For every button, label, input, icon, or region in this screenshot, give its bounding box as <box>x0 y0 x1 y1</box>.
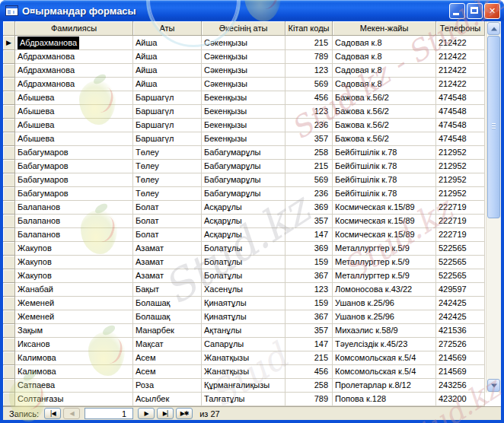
cell[interactable]: Металлургтер к.5/9 <box>333 269 436 283</box>
cell[interactable]: Садовая к.8 <box>333 50 436 64</box>
next-record-button[interactable]: ▶ <box>138 408 155 419</box>
row-selector[interactable] <box>3 338 15 351</box>
cell[interactable]: Болат <box>133 215 202 228</box>
cell[interactable]: 456 <box>285 91 333 105</box>
row-selector[interactable] <box>3 269 15 283</box>
cell[interactable]: Сатпаева <box>15 379 133 393</box>
column-header-3[interactable]: Әкесінің аты <box>202 21 285 36</box>
cell[interactable]: 215 <box>285 160 333 173</box>
cell[interactable]: Азамат <box>133 256 202 269</box>
cell[interactable]: 215 <box>285 351 333 365</box>
cell[interactable]: Бажова к.56/2 <box>333 91 436 105</box>
scrollbar-thumb[interactable] <box>487 36 500 218</box>
cell[interactable]: Баршагүл <box>133 119 202 132</box>
cell[interactable]: Бабагумарұлы <box>202 160 285 173</box>
cell[interactable]: Болашақ <box>133 310 202 324</box>
cell[interactable]: Жеменей <box>15 310 133 324</box>
cell[interactable]: Абдрахманова <box>15 36 133 50</box>
cell[interactable]: Айша <box>133 64 202 78</box>
cell[interactable]: Бажова к.56/2 <box>333 105 436 119</box>
select-all-corner[interactable] <box>3 21 15 36</box>
cell[interactable]: Асем <box>133 351 202 365</box>
cell[interactable]: Пролетарлар к.8/12 <box>333 379 436 393</box>
cell[interactable]: Айша <box>133 36 202 50</box>
cell[interactable]: 212422 <box>436 50 485 64</box>
cell[interactable]: Асқарұлы <box>202 201 285 215</box>
cell[interactable]: 123 <box>285 105 333 119</box>
cell[interactable]: 367 <box>285 310 333 324</box>
cell[interactable]: Бабагумарұлы <box>202 173 285 187</box>
cell[interactable]: Жанабай <box>15 283 133 297</box>
cell[interactable]: 456 <box>285 365 333 379</box>
cell[interactable]: Сәкенқызы <box>202 64 285 78</box>
row-selector[interactable] <box>3 187 15 201</box>
cell[interactable]: Балапанов <box>15 201 133 215</box>
cell[interactable]: Төлеу <box>133 146 202 160</box>
cell[interactable]: Космическая к.15/89 <box>333 201 436 215</box>
cell[interactable]: Хасенұлы <box>202 283 285 297</box>
cell[interactable]: Бабагумарұлы <box>202 146 285 160</box>
cell[interactable]: Болатұлы <box>202 269 285 283</box>
cell[interactable]: 212952 <box>436 187 485 201</box>
row-selector[interactable] <box>3 351 15 365</box>
row-selector[interactable] <box>3 228 15 242</box>
cell[interactable]: Манарбек <box>133 324 202 338</box>
row-selector[interactable] <box>3 379 15 393</box>
cell[interactable]: 474548 <box>436 105 485 119</box>
cell[interactable]: 474548 <box>436 132 485 146</box>
cell[interactable]: Бейбітшілік к.78 <box>333 160 436 173</box>
cell[interactable]: 243256 <box>436 379 485 393</box>
cell[interactable]: Ломоносова к.43/22 <box>333 283 436 297</box>
cell[interactable]: Космическая к.15/89 <box>333 215 436 228</box>
row-selector[interactable]: ▶ <box>3 36 15 50</box>
cell[interactable]: 474548 <box>436 119 485 132</box>
cell[interactable]: Асқарұлы <box>202 228 285 242</box>
cell[interactable]: 522565 <box>436 256 485 269</box>
cell[interactable]: Баршагүл <box>133 91 202 105</box>
cell[interactable]: Жеменей <box>15 297 133 310</box>
cell[interactable]: Қинаятұлы <box>202 310 285 324</box>
cell[interactable]: Абдрахманова <box>15 64 133 78</box>
scroll-up-button[interactable] <box>487 22 500 35</box>
cell[interactable]: 123 <box>285 283 333 297</box>
scroll-down-button[interactable] <box>487 379 500 392</box>
cell[interactable]: 423200 <box>436 393 485 406</box>
cell[interactable]: Бабагумаров <box>15 187 133 201</box>
cell[interactable]: Бейбітшілік к.78 <box>333 173 436 187</box>
row-selector[interactable] <box>3 242 15 256</box>
cell[interactable]: Ушанов к.25/96 <box>333 310 436 324</box>
row-selector[interactable] <box>3 91 15 105</box>
first-record-button[interactable]: |◀ <box>44 408 61 419</box>
cell[interactable]: Болашақ <box>133 297 202 310</box>
cell[interactable]: Жанатқызы <box>202 351 285 365</box>
cell[interactable]: Төлеу <box>133 187 202 201</box>
cell[interactable]: Бабагумаров <box>15 173 133 187</box>
cell[interactable]: 242425 <box>436 297 485 310</box>
cell[interactable]: Айша <box>133 50 202 64</box>
cell[interactable]: Металлургтер к.5/9 <box>333 256 436 269</box>
column-header-5[interactable]: Мекен-жайы <box>333 21 436 36</box>
cell[interactable]: 474548 <box>436 91 485 105</box>
cell[interactable]: Төлеу <box>133 173 202 187</box>
row-selector[interactable] <box>3 283 15 297</box>
cell[interactable]: Сәкенқызы <box>202 78 285 91</box>
cell[interactable]: 212952 <box>436 160 485 173</box>
cell[interactable]: Болатұлы <box>202 256 285 269</box>
row-selector[interactable] <box>3 256 15 269</box>
cell[interactable]: 212952 <box>436 146 485 160</box>
cell[interactable]: Садовая к.8 <box>333 78 436 91</box>
row-selector[interactable] <box>3 215 15 228</box>
column-header-1[interactable]: Фамилиясы <box>15 21 133 36</box>
close-button[interactable]: ✕ <box>484 3 500 19</box>
cell[interactable]: Жакупов <box>15 242 133 256</box>
cell[interactable]: Бажова к.56/2 <box>333 119 436 132</box>
cell[interactable]: Бабагумаров <box>15 146 133 160</box>
cell[interactable]: 258 <box>285 379 333 393</box>
cell[interactable]: Бажова к.56/2 <box>333 132 436 146</box>
maximize-button[interactable] <box>467 3 483 19</box>
cell[interactable]: 214569 <box>436 351 485 365</box>
cell[interactable]: Қинаятұлы <box>202 297 285 310</box>
cell[interactable]: Бекенқызы <box>202 132 285 146</box>
cell[interactable]: Бекенқызы <box>202 119 285 132</box>
row-selector[interactable] <box>3 173 15 187</box>
